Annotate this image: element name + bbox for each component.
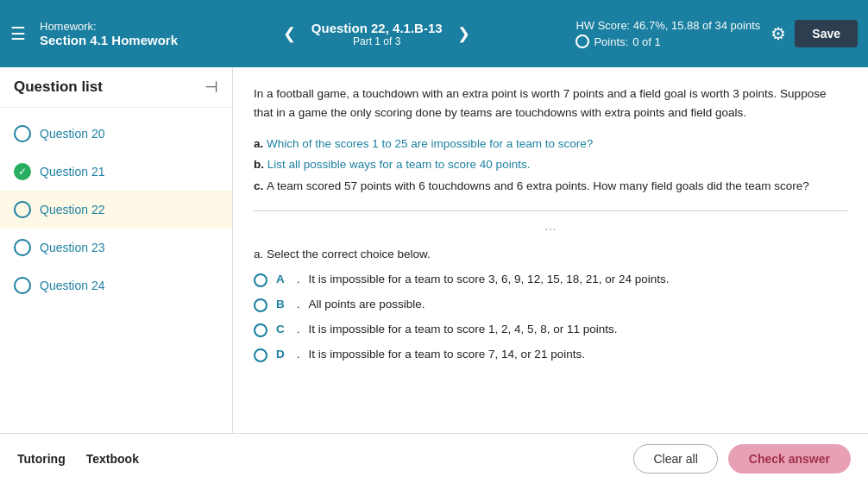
- sidebar-item-q22[interactable]: Question 22: [0, 191, 232, 229]
- expand-collapse-bar[interactable]: ···: [254, 222, 847, 237]
- choices-list: A. It is impossible for a team to score …: [254, 273, 847, 362]
- part-a-label: a.: [254, 137, 267, 150]
- choice-c-radio[interactable]: [254, 323, 267, 337]
- content-area: In a football game, a touchdown with an …: [233, 67, 868, 433]
- problem-text: In a football game, a touchdown with an …: [254, 85, 847, 122]
- textbook-button[interactable]: Textbook: [86, 452, 139, 466]
- points-label: Points:: [594, 35, 628, 48]
- app-header: ☰ Homework: Section 4.1 Homework ❮ Quest…: [0, 0, 868, 67]
- choice-d-label: D: [276, 348, 285, 361]
- q22-status-circle: [14, 201, 31, 218]
- choice-b-radio[interactable]: [254, 298, 267, 312]
- choice-a-label: A: [276, 273, 285, 285]
- hw-score-label: HW Score:: [576, 19, 630, 32]
- choice-c-label: C: [276, 323, 285, 336]
- header-actions: ⚙ Save: [771, 20, 858, 47]
- choice-d-text: It is impossible for a team to score 7, …: [309, 348, 585, 361]
- question-nav: ❮ Question 22, 4.1.B-13 Part 1 of 3 ❯: [188, 21, 565, 47]
- choice-b-text: All points are possible.: [309, 298, 425, 310]
- part-c-label: c.: [254, 179, 267, 192]
- clear-all-button[interactable]: Clear all: [633, 444, 717, 474]
- save-button[interactable]: Save: [795, 20, 858, 47]
- choice-b-label: B: [276, 298, 285, 310]
- part-b-label: b.: [254, 158, 267, 171]
- section-label: a. Select the correct choice below.: [254, 248, 847, 260]
- sidebar-list: Question 20 ✓ Question 21 Question 22 Qu…: [0, 108, 232, 433]
- hw-score-text: HW Score: 46.7%, 15.88 of 34 points: [576, 19, 760, 32]
- choice-a-text: It is impossible for a team to score 3, …: [309, 273, 670, 285]
- choice-b-separator: .: [297, 298, 300, 310]
- homework-name: Section 4.1 Homework: [40, 33, 178, 47]
- q21-label: Question 21: [40, 165, 105, 179]
- homework-title-block: Homework: Section 4.1 Homework: [40, 20, 178, 47]
- choice-c-separator: .: [297, 323, 300, 336]
- question-part: Part 1 of 3: [311, 35, 443, 47]
- choice-d[interactable]: D. It is impossible for a team to score …: [254, 348, 847, 362]
- prev-question-button[interactable]: ❮: [277, 21, 303, 47]
- tutoring-button[interactable]: Tutoring: [17, 452, 66, 466]
- q23-label: Question 23: [40, 241, 105, 254]
- q20-label: Question 20: [40, 127, 105, 141]
- part-c-text: A team scored 57 points with 6 touchdown…: [267, 179, 809, 192]
- q21-status-circle: ✓: [14, 163, 31, 180]
- part-b-text: List all possible ways for a team to sco…: [267, 158, 531, 171]
- settings-icon[interactable]: ⚙: [771, 23, 786, 44]
- choice-c[interactable]: C. It is impossible for a team to score …: [254, 323, 847, 337]
- sidebar-item-q20[interactable]: Question 20: [0, 115, 232, 153]
- sidebar-header: Question list ⊣: [0, 67, 232, 108]
- footer-left: Tutoring Textbook: [17, 452, 139, 466]
- q22-label: Question 22: [40, 203, 105, 216]
- main-layout: Question list ⊣ Question 20 ✓ Question 2…: [0, 67, 868, 433]
- divider: [254, 210, 847, 211]
- footer-right: Clear all Check answer: [633, 444, 851, 474]
- hw-score-value: 46.7%, 15.88 of 34 points: [633, 19, 760, 32]
- question-nav-center: Question 22, 4.1.B-13 Part 1 of 3: [311, 21, 443, 47]
- part-a-text: Which of the scores 1 to 25 are impossib…: [267, 137, 593, 150]
- choice-a[interactable]: A. It is impossible for a team to score …: [254, 273, 847, 287]
- sidebar-item-q24[interactable]: Question 24: [0, 267, 232, 304]
- points-circle-icon: [576, 34, 589, 48]
- q23-status-circle: [14, 239, 31, 256]
- choice-c-text: It is impossible for a team to score 1, …: [309, 323, 618, 336]
- question-title: Question 22, 4.1.B-13: [311, 21, 443, 35]
- q24-label: Question 24: [40, 279, 105, 292]
- sidebar: Question list ⊣ Question 20 ✓ Question 2…: [0, 67, 233, 433]
- q20-status-circle: [14, 125, 31, 142]
- footer: Tutoring Textbook Clear all Check answer: [0, 433, 868, 483]
- sidebar-title: Question list: [14, 78, 103, 96]
- sidebar-item-q21[interactable]: ✓ Question 21: [0, 153, 232, 191]
- choice-a-separator: .: [297, 273, 300, 285]
- menu-icon[interactable]: ☰: [10, 23, 26, 44]
- problem-parts: a. Which of the scores 1 to 25 are impos…: [254, 134, 847, 197]
- choice-d-radio[interactable]: [254, 348, 267, 362]
- check-answer-button[interactable]: Check answer: [728, 444, 851, 474]
- choice-b[interactable]: B. All points are possible.: [254, 298, 847, 312]
- collapse-sidebar-icon[interactable]: ⊣: [204, 78, 218, 97]
- points-row: Points: 0 of 1: [576, 34, 760, 48]
- sidebar-item-q23[interactable]: Question 23: [0, 229, 232, 267]
- q24-status-circle: [14, 277, 31, 294]
- choice-d-separator: .: [297, 348, 300, 361]
- choice-a-radio[interactable]: [254, 273, 267, 287]
- homework-label: Homework:: [40, 20, 178, 33]
- next-question-button[interactable]: ❯: [451, 21, 477, 47]
- points-value: 0 of 1: [632, 35, 661, 48]
- score-block: HW Score: 46.7%, 15.88 of 34 points Poin…: [576, 19, 760, 48]
